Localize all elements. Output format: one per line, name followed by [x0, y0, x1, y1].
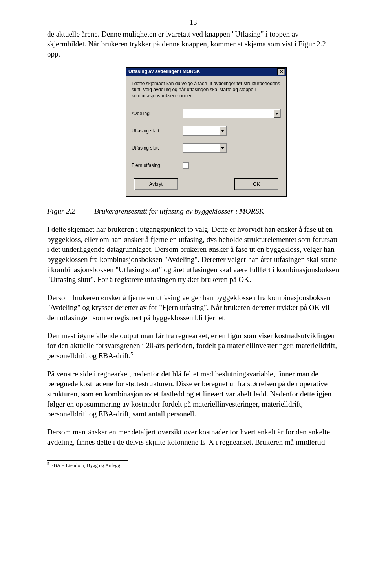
cancel-button[interactable]: Avbryt	[134, 178, 178, 190]
footnote-5: 5 EBA = Eiendom, Bygg og Anlegg	[47, 462, 339, 469]
footnote-text: EBA = Eiendom, Bygg og Anlegg	[49, 462, 120, 468]
label-utfasing-start: Utfasing start	[132, 128, 183, 134]
paragraph-1: de aktuelle årene. Denne muligheten er i…	[47, 29, 339, 59]
paragraph-5: På venstre side i regnearket, nedenfor d…	[47, 369, 339, 419]
footnote-ref-5: 5	[131, 351, 133, 357]
svg-marker-2	[221, 147, 224, 149]
chevron-down-icon	[219, 144, 226, 152]
figure-label: Figur 2.2	[47, 206, 94, 216]
figure-caption: Figur 2.2 Brukergrensesnitt for utfasing…	[47, 206, 339, 216]
page-number: 13	[47, 17, 339, 27]
label-fjern-utfasing: Fjern utfasing	[132, 162, 183, 169]
dialog-window: Utfasing av avdelinger i MORSK ✕ I dette…	[126, 67, 287, 197]
ok-button-label: OK	[253, 181, 260, 187]
cancel-button-label: Avbryt	[149, 181, 163, 187]
dialog-screenshot: Utfasing av avdelinger i MORSK ✕ I dette…	[126, 67, 339, 197]
paragraph-4: Den mest iøynefallende output man får fr…	[47, 331, 339, 361]
utfasing-start-combobox[interactable]	[183, 126, 227, 136]
chevron-down-icon	[219, 126, 226, 135]
svg-marker-0	[275, 113, 278, 115]
dialog-intro-text: I dette skjemaet kan du velge å fase ut …	[132, 81, 281, 99]
fjern-utfasing-checkbox[interactable]	[183, 162, 189, 169]
paragraph-3: Dersom brukeren ønsker å fjerne en utfas…	[47, 293, 339, 323]
footnote-separator	[47, 460, 128, 461]
avdeling-value	[183, 109, 273, 118]
dialog-title: Utfasing av avdelinger i MORSK	[128, 68, 277, 75]
utfasing-slutt-combobox[interactable]	[183, 143, 227, 153]
close-icon: ✕	[280, 69, 283, 75]
close-button[interactable]: ✕	[277, 68, 285, 75]
figure-text: Brukergrensesnitt for utfasing av byggek…	[94, 206, 339, 216]
paragraph-6: Dersom man ønsker en mer detaljert overs…	[47, 427, 339, 447]
paragraph-2: I dette skjemaet har brukeren i utgangsp…	[47, 224, 339, 285]
dialog-titlebar: Utfasing av avdelinger i MORSK ✕	[126, 68, 286, 76]
svg-marker-1	[221, 130, 224, 132]
utfasing-start-value	[183, 126, 219, 135]
label-utfasing-slutt: Utfasing slutt	[132, 145, 183, 151]
ok-button[interactable]: OK	[234, 178, 278, 190]
utfasing-slutt-value	[183, 144, 219, 152]
label-avdeling: Avdeling	[132, 110, 183, 117]
avdeling-combobox[interactable]	[183, 109, 281, 118]
chevron-down-icon	[273, 109, 280, 118]
paragraph-4-text: Den mest iøynefallende output man får fr…	[47, 332, 337, 360]
